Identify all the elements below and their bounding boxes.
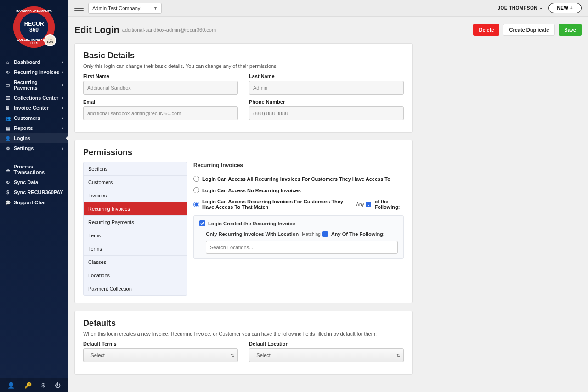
nav-label: Support Chat — [14, 200, 46, 205]
brand-logo: INVOICES • PAYMENTS COLLECTIONS • LATE F… — [0, 0, 68, 54]
nav-label: Recurring Payments — [14, 79, 62, 90]
nav-icon: ☰ — [5, 95, 11, 101]
perm-tab-terms[interactable]: Terms — [84, 242, 187, 256]
chevron-down-icon: ⌄ — [366, 202, 371, 207]
first-name-input[interactable] — [83, 81, 238, 95]
nav-icon: ↻ — [5, 70, 11, 75]
loc-post: Any Of The Following: — [331, 231, 385, 237]
perm-tab-invoices[interactable]: Invoices — [84, 189, 187, 202]
sidebar-item-dashboard[interactable]: ⌂Dashboard› — [0, 57, 68, 67]
sidebar-item-sync-recur360pay[interactable]: $Sync RECUR360PAY — [0, 187, 68, 197]
nav-label: Recurring Invoices — [14, 69, 59, 75]
sidebar-item-sync-data[interactable]: ↻Sync Data — [0, 177, 68, 187]
loc-pre: Only Recurring Invoices With Location — [206, 231, 299, 237]
last-name-input[interactable] — [249, 81, 404, 95]
perm-tab-payment-collection[interactable]: Payment Collection — [84, 282, 187, 295]
nav-label: Sync RECUR360PAY — [14, 190, 63, 195]
basic-heading: Basic Details — [83, 51, 404, 61]
sidebar-item-settings[interactable]: ⚙Settings› — [0, 143, 68, 153]
default-terms-select[interactable]: --Select-- — [83, 348, 238, 362]
perm-radio-none[interactable] — [193, 187, 199, 193]
chk-login-created[interactable] — [199, 220, 205, 226]
nav-icon: 💬 — [5, 200, 11, 205]
perm-tab-locations[interactable]: Locations — [84, 269, 187, 282]
nav-label: Logins — [14, 135, 30, 141]
sidebar: INVOICES • PAYMENTS COLLECTIONS • LATE F… — [0, 0, 68, 392]
chevron-right-icon: › — [62, 126, 63, 131]
email-input[interactable] — [83, 106, 238, 120]
user-name: JOE THOMPSON — [498, 6, 537, 11]
sidebar-item-reports[interactable]: ▤Reports› — [0, 123, 68, 133]
match-any-dropdown[interactable]: Any ⌄ — [356, 201, 372, 207]
perm-content-heading: Recurring Invoices — [193, 162, 404, 168]
chevron-right-icon: › — [62, 146, 63, 151]
delete-button[interactable]: Delete — [473, 24, 499, 36]
first-name-label: First Name — [83, 73, 238, 79]
key-icon[interactable]: 🔑 — [24, 382, 32, 389]
location-matching-dropdown[interactable]: Matching ⌄ — [301, 231, 328, 237]
save-button[interactable]: Save — [559, 24, 582, 36]
perm-radio-all[interactable] — [193, 176, 199, 182]
brand-name: RECUR360 — [24, 21, 44, 33]
nav-icon: ▭ — [5, 83, 11, 88]
email-label: Email — [83, 99, 238, 105]
chevron-right-icon: › — [62, 70, 63, 75]
perm-tab-items[interactable]: Items — [84, 229, 187, 242]
chevron-right-icon: › — [62, 60, 63, 65]
inc5000-badge: Inc.5000 — [44, 34, 56, 46]
basic-hint: Only this login can change their basic d… — [83, 63, 404, 69]
topbar: Admin Test Company ▼ JOE THOMPSON ⌄ NEW … — [68, 0, 588, 17]
nav-label: Collections Center — [14, 95, 58, 101]
nav-label: Dashboard — [14, 59, 40, 65]
perm-tab-classes[interactable]: Classes — [84, 256, 187, 269]
nav-icon: ☁ — [5, 167, 11, 172]
sidebar-item-customers[interactable]: 👥Customers› — [0, 113, 68, 123]
nav-primary: ⌂Dashboard›↻Recurring Invoices›▭Recurrin… — [0, 57, 68, 153]
sidebar-item-logins[interactable]: 👤Logins — [0, 133, 68, 143]
nav-label: Settings — [14, 146, 34, 151]
perm-tab-customers[interactable]: Customers — [84, 176, 187, 189]
perm-opt2: Login Can Access No Recurring Invoices — [202, 188, 301, 193]
sidebar-item-collections-center[interactable]: ☰Collections Center› — [0, 93, 68, 103]
nav-icon: ⌂ — [5, 60, 11, 65]
user-menu[interactable]: JOE THOMPSON ⌄ — [498, 6, 543, 11]
sidebar-item-invoice-center[interactable]: 🗎Invoice Center› — [0, 103, 68, 113]
perm-tab-sections[interactable]: Sections — [84, 162, 187, 176]
perm-tab-recurring-invoices[interactable]: Recurring Invoices — [84, 202, 187, 216]
chevron-right-icon: › — [62, 116, 63, 121]
search-locations-input[interactable] — [206, 241, 398, 254]
power-icon[interactable]: ⏻ — [55, 382, 61, 389]
company-dropdown[interactable]: Admin Test Company ▼ — [88, 3, 162, 14]
dollar-icon[interactable]: $ — [41, 382, 45, 389]
default-terms-label: Default Terms — [83, 341, 238, 347]
defaults-hint: When this login creates a new Invoice, R… — [83, 331, 404, 336]
defaults-heading: Defaults — [83, 319, 404, 328]
basic-details-panel: Basic Details Only this login can change… — [74, 43, 413, 133]
permissions-content: Recurring Invoices Login Can Access All … — [193, 162, 404, 296]
sidebar-item-recurring-invoices[interactable]: ↻Recurring Invoices› — [0, 67, 68, 77]
nav-secondary: ☁Process Transactions↻Sync Data$Sync REC… — [0, 162, 68, 207]
nav-icon: 👤 — [5, 136, 11, 141]
nav-icon: ⚙ — [5, 146, 11, 151]
page-title: Edit Login — [74, 25, 119, 35]
company-dropdown-label: Admin Test Company — [92, 6, 140, 11]
nav-label: Customers — [14, 115, 40, 121]
new-button[interactable]: NEW + — [548, 3, 582, 13]
user-icon[interactable]: 👤 — [7, 382, 15, 389]
sidebar-bottombar: 👤 🔑 $ ⏻ — [0, 378, 68, 392]
sidebar-item-process-transactions[interactable]: ☁Process Transactions — [0, 162, 68, 177]
perm-tab-recurring-payments[interactable]: Recurring Payments — [84, 216, 187, 229]
sidebar-item-support-chat[interactable]: 💬Support Chat — [0, 197, 68, 207]
default-location-select[interactable]: --Select-- — [249, 348, 404, 362]
phone-input[interactable] — [249, 106, 404, 120]
page-header: Edit Login additional-sandbox-admin@recu… — [68, 17, 588, 39]
chk-login-created-label: Login Created the Recurring Invoice — [208, 221, 295, 226]
main: Admin Test Company ▼ JOE THOMPSON ⌄ NEW … — [68, 0, 588, 392]
nav-icon: $ — [5, 190, 11, 195]
perm-radio-match[interactable] — [193, 202, 199, 207]
create-duplicate-button[interactable]: Create Duplicate — [503, 24, 555, 36]
hamburger-icon[interactable] — [74, 6, 84, 11]
chevron-down-icon: ▼ — [153, 6, 158, 11]
nav-label: Invoice Center — [14, 105, 49, 111]
sidebar-item-recurring-payments[interactable]: ▭Recurring Payments› — [0, 77, 68, 93]
